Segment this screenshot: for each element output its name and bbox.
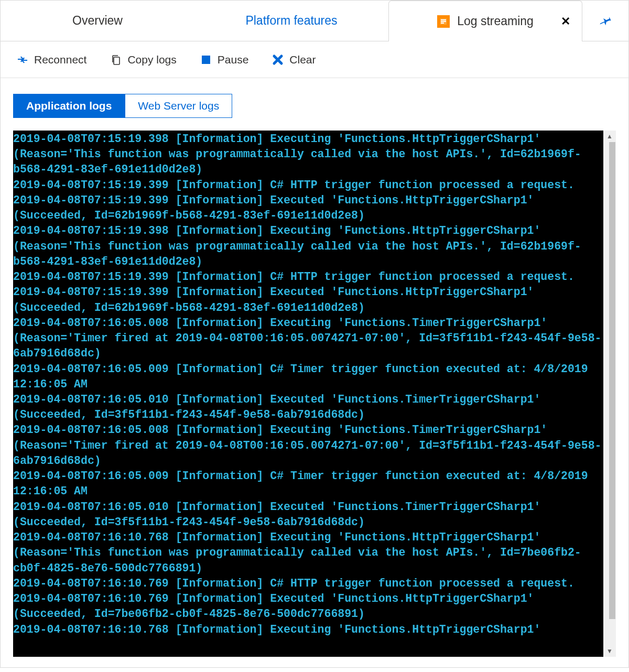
log-line: 2019-04-08T07:16:10.769 [Information] Ex… xyxy=(13,591,613,622)
log-line: 2019-04-08T07:15:19.398 [Information] Ex… xyxy=(13,223,613,269)
svg-rect-3 xyxy=(441,23,444,24)
pause-label: Pause xyxy=(218,53,249,66)
log-line: 2019-04-08T07:16:10.768 [Information] Ex… xyxy=(13,530,613,576)
svg-rect-4 xyxy=(114,57,120,64)
tab-close-icon[interactable]: ✕ xyxy=(561,15,570,28)
reconnect-button[interactable]: Reconnect xyxy=(16,53,86,66)
log-line: 2019-04-08T07:15:19.399 [Information] Ex… xyxy=(13,285,613,315)
clear-icon xyxy=(272,53,284,66)
copy-label: Copy logs xyxy=(127,53,176,66)
log-line: 2019-04-08T07:15:19.399 [Information] Ex… xyxy=(13,193,613,223)
tab-log-label: Log streaming xyxy=(457,14,534,28)
tab-platform-features[interactable]: Platform features xyxy=(194,1,388,41)
svg-rect-1 xyxy=(441,19,446,20)
log-line: 2019-04-08T07:15:19.399 [Information] C#… xyxy=(13,178,613,193)
reconnect-icon xyxy=(16,53,29,66)
tab-platform-label: Platform features xyxy=(245,14,337,28)
copy-logs-button[interactable]: Copy logs xyxy=(110,53,176,66)
log-subtabs: Application logs Web Server logs xyxy=(13,94,616,118)
subtab-web-server-logs[interactable]: Web Server logs xyxy=(125,94,232,118)
log-line: 2019-04-08T07:16:10.769 [Information] C#… xyxy=(13,576,613,591)
log-console[interactable]: 2019-04-08T07:15:19.398 [Information] Ex… xyxy=(13,131,616,657)
tab-overview-label: Overview xyxy=(72,14,123,28)
log-line: 2019-04-08T07:16:05.009 [Information] C#… xyxy=(13,362,613,392)
scroll-down-icon[interactable]: ▼ xyxy=(603,645,616,657)
log-streaming-icon xyxy=(437,15,450,28)
scroll-thumb[interactable] xyxy=(609,142,615,619)
console-scrollbar[interactable]: ▲ ▼ xyxy=(603,131,616,657)
scroll-up-icon[interactable]: ▲ xyxy=(603,131,616,142)
log-line: 2019-04-08T07:16:05.010 [Information] Ex… xyxy=(13,392,613,422)
tab-log-streaming[interactable]: Log streaming ✕ xyxy=(388,1,582,41)
console-wrapper: 2019-04-08T07:15:19.398 [Information] Ex… xyxy=(13,131,616,657)
subtab-web-label: Web Server logs xyxy=(138,100,219,112)
top-tabbar: Overview Platform features Log streaming… xyxy=(1,1,628,41)
subtab-app-label: Application logs xyxy=(26,100,112,112)
svg-rect-5 xyxy=(202,56,210,64)
log-line: 2019-04-08T07:16:05.008 [Information] Ex… xyxy=(13,316,613,362)
subtab-application-logs[interactable]: Application logs xyxy=(13,94,125,118)
tab-overview[interactable]: Overview xyxy=(1,1,194,41)
log-line: 2019-04-08T07:16:05.008 [Information] Ex… xyxy=(13,422,613,469)
content-area: Application logs Web Server logs 2019-04… xyxy=(1,78,628,667)
clear-label: Clear xyxy=(289,53,316,66)
copy-icon xyxy=(110,53,122,66)
log-line: 2019-04-08T07:15:19.398 [Information] Ex… xyxy=(13,132,613,178)
reconnect-label: Reconnect xyxy=(34,53,86,66)
pin-button[interactable] xyxy=(582,1,628,41)
log-line: 2019-04-08T07:16:05.009 [Information] C#… xyxy=(13,469,613,499)
pause-icon xyxy=(200,53,212,66)
pin-icon xyxy=(599,14,612,28)
pause-button[interactable]: Pause xyxy=(200,53,249,66)
clear-button[interactable]: Clear xyxy=(272,53,316,66)
svg-rect-2 xyxy=(441,21,446,22)
log-line: 2019-04-08T07:16:05.010 [Information] Ex… xyxy=(13,500,613,530)
log-line: 2019-04-08T07:16:10.768 [Information] Ex… xyxy=(13,622,613,637)
log-line: 2019-04-08T07:15:19.399 [Information] C#… xyxy=(13,269,613,285)
action-toolbar: Reconnect Copy logs Pause Clear xyxy=(1,41,628,78)
